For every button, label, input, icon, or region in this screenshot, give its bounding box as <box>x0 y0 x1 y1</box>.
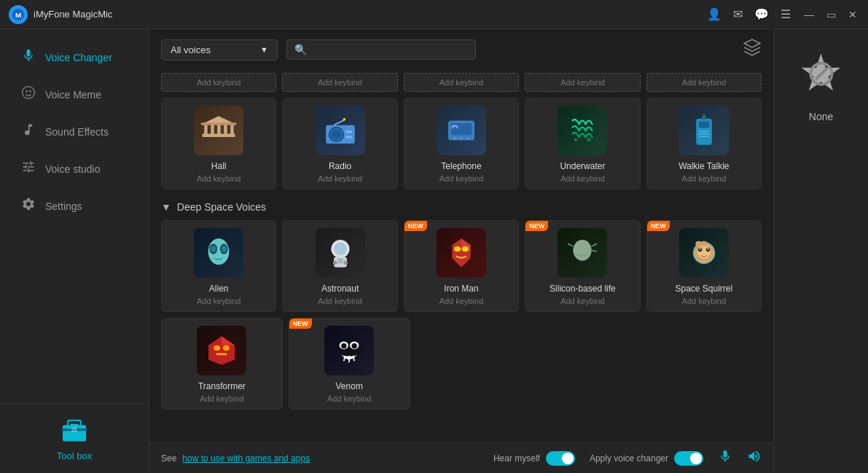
microphone-button[interactable] <box>718 449 732 467</box>
keybind-add-4[interactable]: Add keybind <box>525 73 640 92</box>
keybind-add-2[interactable]: Add keybind <box>282 73 397 92</box>
transformer-keybind[interactable]: Add keybind <box>200 394 244 403</box>
svg-text:M: M <box>15 10 21 18</box>
status-bar: See how to use with games and apps Hear … <box>149 442 773 473</box>
close-button[interactable]: ✕ <box>846 8 859 21</box>
keybind-add-1[interactable]: Add keybind <box>161 73 276 92</box>
silicon-keybind[interactable]: Add keybind <box>560 297 605 305</box>
keybind-add-3[interactable]: Add keybind <box>404 73 519 92</box>
toolbox-button[interactable]: Tool box <box>0 403 149 473</box>
hall-name: Hall <box>211 161 227 171</box>
voice-card-radio[interactable]: Radio Add keybind <box>282 98 397 189</box>
mail-icon[interactable]: ✉ <box>733 7 743 21</box>
apply-voice-label: Apply voice changer <box>590 453 668 464</box>
svg-rect-73 <box>216 353 227 356</box>
sidebar-item-voice-changer[interactable]: Voice Changer <box>6 39 143 75</box>
voice-card-walkie[interactable]: Walkie Talkie Add keybind <box>646 98 762 189</box>
alien-image <box>194 228 243 278</box>
alien-keybind[interactable]: Add keybind <box>197 297 241 305</box>
svg-rect-33 <box>699 121 709 128</box>
toolbox-icon <box>60 415 89 447</box>
hall-keybind[interactable]: Add keybind <box>197 174 241 183</box>
how-to-link[interactable]: how to use with games and apps <box>182 453 310 464</box>
user-icon[interactable]: 👤 <box>707 7 722 21</box>
minimize-button[interactable]: — <box>802 8 816 21</box>
svg-rect-12 <box>211 124 214 137</box>
radio-keybind[interactable]: Add keybind <box>318 174 362 183</box>
hear-myself-toggle[interactable] <box>546 451 575 466</box>
sidebar-item-settings[interactable]: Settings <box>6 188 143 224</box>
see-text: See <box>161 453 176 464</box>
sidebar-item-sound-effects[interactable]: Sound Effects <box>6 114 143 149</box>
voice-card-transformer[interactable]: Transformer Add keybind <box>161 318 283 410</box>
maximize-button[interactable]: ▭ <box>824 8 837 21</box>
empty-slot-2 <box>533 318 644 410</box>
squirrel-keybind[interactable]: Add keybind <box>682 297 727 305</box>
deep-space-section[interactable]: ▼ Deep Space Voices <box>161 195 762 220</box>
svg-point-20 <box>332 130 341 139</box>
partial-bottom-row: Transformer Add keybind NEW <box>161 318 762 410</box>
menu-icon[interactable]: ☰ <box>781 7 791 21</box>
silicon-name: Silicon-based life <box>550 284 616 294</box>
svg-point-45 <box>334 243 347 256</box>
voice-card-ironman[interactable]: NEW Iron Man Add keybind <box>404 220 519 312</box>
smiley-icon <box>20 85 36 103</box>
hall-image <box>194 106 243 155</box>
cube-icon[interactable] <box>743 38 762 61</box>
radio-name: Radio <box>329 161 351 171</box>
voices-dropdown[interactable]: All voices ▼ <box>161 39 278 60</box>
telephone-keybind[interactable]: Add keybind <box>439 174 484 183</box>
slash-icon: ⊘ <box>806 52 837 94</box>
sidebar-item-voice-studio[interactable]: Voice studio <box>6 151 143 187</box>
svg-rect-9 <box>71 427 77 431</box>
chat-icon[interactable]: 💬 <box>754 7 769 21</box>
apply-voice-toggle[interactable] <box>674 451 703 466</box>
voice-card-telephone[interactable]: Telephone Add keybind <box>404 98 519 189</box>
app-title: iMyFone MagicMic <box>34 9 707 20</box>
voice-card-silicon[interactable]: NEW Sil <box>525 220 640 312</box>
sidebar-label-voice-changer: Voice Changer <box>45 52 112 63</box>
venom-keybind[interactable]: Add keybind <box>327 394 372 403</box>
underwater-keybind[interactable]: Add keybind <box>560 174 605 183</box>
voice-card-squirrel[interactable]: NEW <box>646 220 762 312</box>
titlebar-icons: 👤 ✉ 💬 ☰ <box>707 7 791 21</box>
voice-card-hall[interactable]: Hall Add keybind <box>161 98 276 189</box>
silicon-image <box>558 228 607 278</box>
venom-name: Venom <box>336 381 363 391</box>
none-label: None <box>809 111 833 122</box>
voice-card-alien[interactable]: Alien Add keybind <box>161 220 276 312</box>
keybind-add-5[interactable]: Add keybind <box>646 73 762 92</box>
svg-point-31 <box>587 138 591 141</box>
voice-card-underwater[interactable]: Underwater Add keybind <box>525 98 640 189</box>
sidebar-label-voice-meme: Voice Meme <box>45 89 101 101</box>
svg-point-2 <box>23 87 35 99</box>
transformer-image <box>197 326 246 375</box>
sidebar-label-sound-effects: Sound Effects <box>45 126 109 138</box>
voice-card-venom[interactable]: NEW Venom Add keybind <box>289 318 410 410</box>
venom-new-badge: NEW <box>289 318 312 329</box>
search-input[interactable] <box>311 44 468 55</box>
walkie-keybind[interactable]: Add keybind <box>682 174 727 183</box>
window-controls: — ▭ ✕ <box>802 8 859 21</box>
voice-card-astronaut[interactable]: Astronaut Add keybind <box>282 220 397 312</box>
ironman-keybind[interactable]: Add keybind <box>439 297 484 305</box>
svg-rect-14 <box>224 124 227 137</box>
astronaut-image <box>316 228 365 278</box>
hear-myself-group: Hear myself <box>493 451 575 466</box>
sidebar: Voice Changer Voice Meme <box>0 29 149 473</box>
search-icon: 🔍 <box>294 44 307 55</box>
alien-name: Alien <box>209 284 229 294</box>
svg-point-71 <box>214 345 221 351</box>
svg-rect-17 <box>201 122 237 125</box>
svg-point-77 <box>341 343 346 348</box>
svg-point-43 <box>222 246 227 252</box>
svg-point-72 <box>223 345 230 351</box>
sidebar-item-voice-meme[interactable]: Voice Meme <box>6 77 143 112</box>
none-selection: ★ ⊘ <box>792 44 851 102</box>
toolbox-label: Tool box <box>57 450 92 461</box>
main-layout: Voice Changer Voice Meme <box>0 29 868 473</box>
svg-rect-49 <box>337 258 343 263</box>
speaker-button[interactable] <box>747 449 762 467</box>
astronaut-keybind[interactable]: Add keybind <box>318 297 362 305</box>
astronaut-name: Astronaut <box>321 284 359 294</box>
